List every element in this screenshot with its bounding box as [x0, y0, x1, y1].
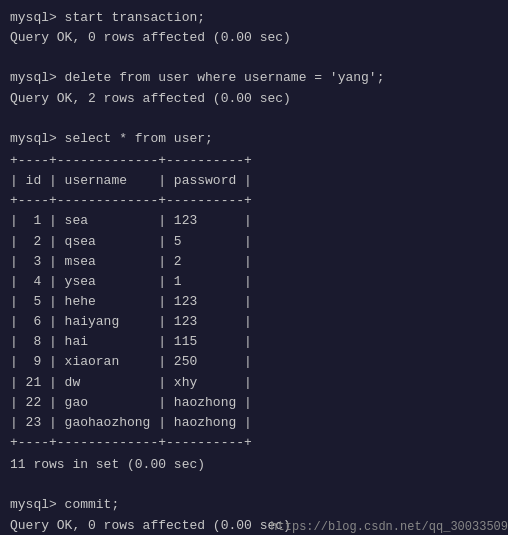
cmd-delete: mysql> delete from user where username =…	[10, 68, 498, 88]
table-row: | 2 | qsea | 5 |	[10, 232, 498, 252]
table-row: | 3 | msea | 2 |	[10, 252, 498, 272]
result-rowcount: 11 rows in set (0.00 sec)	[10, 455, 498, 475]
table-row: | 4 | ysea | 1 |	[10, 272, 498, 292]
cmd-commit: mysql> commit;	[10, 495, 498, 515]
table-row: | 21 | dw | xhy |	[10, 373, 498, 393]
terminal-window: mysql> start transaction; Query OK, 0 ro…	[0, 0, 508, 535]
table-row: | 5 | hehe | 123 |	[10, 292, 498, 312]
table-row: | 23 | gaohaozhong | haozhong |	[10, 413, 498, 433]
table-header: | id | username | password |	[10, 171, 498, 191]
empty-1	[10, 48, 498, 68]
table-row: | 6 | haiyang | 123 |	[10, 312, 498, 332]
result-delete: Query OK, 2 rows affected (0.00 sec)	[10, 89, 498, 109]
cmd-select: mysql> select * from user;	[10, 129, 498, 149]
watermark: https://blog.csdn.net/qq_30033509	[270, 520, 508, 534]
table-border-bottom: +----+-------------+----------+	[10, 433, 498, 453]
table-row: | 1 | sea | 123 |	[10, 211, 498, 231]
result-start-transaction: Query OK, 0 rows affected (0.00 sec)	[10, 28, 498, 48]
table-border-top: +----+-------------+----------+	[10, 151, 498, 171]
table-row: | 8 | hai | 115 |	[10, 332, 498, 352]
cmd-start-transaction: mysql> start transaction;	[10, 8, 498, 28]
empty-3	[10, 475, 498, 495]
table-border-header: +----+-------------+----------+	[10, 191, 498, 211]
query-result-table: +----+-------------+----------+ | id | u…	[10, 151, 498, 453]
table-row: | 9 | xiaoran | 250 |	[10, 352, 498, 372]
table-row: | 22 | gao | haozhong |	[10, 393, 498, 413]
empty-2	[10, 109, 498, 129]
